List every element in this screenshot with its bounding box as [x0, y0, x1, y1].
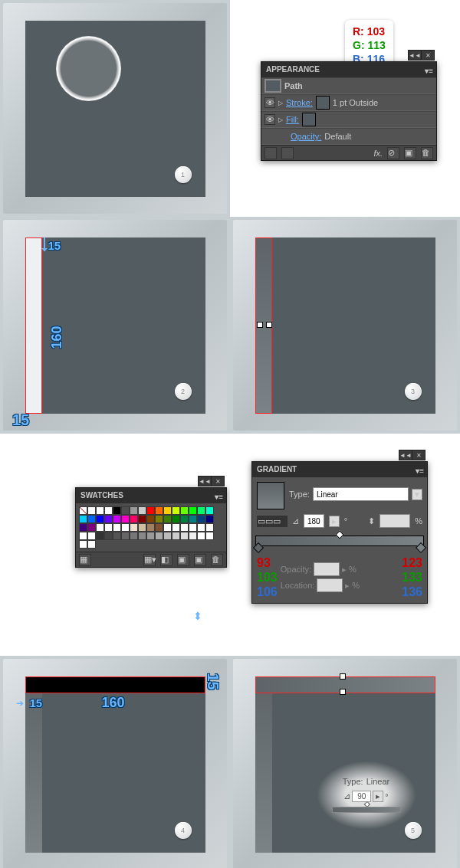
swatch-8[interactable]: [163, 506, 172, 515]
swatch-50[interactable]: [113, 532, 121, 540]
dropdown-icon[interactable]: ▸: [373, 791, 383, 802]
panel-menu-icon[interactable]: ▾≡: [416, 463, 424, 479]
angle-input[interactable]: 180: [304, 514, 324, 528]
swatch-22[interactable]: [146, 515, 155, 523]
swatch-33[interactable]: [104, 523, 113, 532]
swatch-38[interactable]: [146, 523, 155, 532]
appearance-stroke-row[interactable]: 👁 ▷ Stroke: 1 pt Outside: [261, 94, 436, 111]
stroke-link[interactable]: Stroke:: [286, 98, 313, 107]
swatch-14[interactable]: [79, 515, 87, 523]
swatch-6[interactable]: [146, 506, 155, 515]
appearance-fill-row[interactable]: 👁 ▷ Fill:: [261, 111, 436, 128]
fill-swatch[interactable]: [302, 113, 316, 126]
stroke-type-icons[interactable]: ▭▭▭: [257, 516, 288, 527]
swatch-12[interactable]: [197, 506, 205, 515]
swatch-13[interactable]: [205, 506, 214, 515]
library-icon[interactable]: ▦: [79, 554, 91, 566]
swatch-42[interactable]: [180, 523, 189, 532]
swatch-1[interactable]: [104, 506, 113, 515]
swatch-62[interactable]: [79, 540, 87, 549]
opacity-link[interactable]: Opacity:: [291, 132, 321, 141]
panel-menu-icon[interactable]: ▾≡: [425, 64, 433, 79]
swatch-5[interactable]: [138, 506, 146, 515]
swatch-25[interactable]: [172, 515, 180, 523]
swatch-19[interactable]: [121, 515, 130, 523]
swatch-59[interactable]: [189, 532, 197, 540]
swatch-60[interactable]: [197, 532, 205, 540]
swatch-24[interactable]: [163, 515, 172, 523]
swatch-32[interactable]: [96, 523, 104, 532]
new-swatch-icon[interactable]: ▣: [194, 554, 206, 566]
stroke-swatch[interactable]: [316, 96, 330, 110]
swatch-10[interactable]: [180, 506, 189, 515]
swatch-43[interactable]: [189, 523, 197, 532]
panel-close-icon[interactable]: ✕: [421, 50, 435, 61]
anchor-handle[interactable]: [257, 322, 263, 328]
stop-location-input[interactable]: [317, 578, 343, 592]
swatch-52[interactable]: [130, 532, 138, 540]
panel-collapse-icon[interactable]: ◄◄: [399, 450, 412, 460]
swatch-0[interactable]: [96, 506, 104, 515]
panel-collapse-icon[interactable]: ◄◄: [198, 476, 212, 486]
swatch-21[interactable]: [138, 515, 146, 523]
swatch-49[interactable]: [104, 532, 113, 540]
panel-close-icon[interactable]: ✕: [412, 450, 426, 460]
swatch-35[interactable]: [121, 523, 130, 532]
color-group-icon[interactable]: ▣: [177, 554, 189, 566]
swatch-23[interactable]: [155, 515, 163, 523]
show-kind-icon[interactable]: ▦▾: [143, 554, 156, 566]
swatch-48[interactable]: [96, 532, 104, 540]
expand-icon[interactable]: ▷: [278, 116, 283, 123]
swatch-9[interactable]: [172, 506, 180, 515]
type-dropdown[interactable]: Linear: [313, 487, 409, 501]
swatch-51[interactable]: [121, 532, 130, 540]
gradient-midpoint[interactable]: [335, 530, 343, 539]
swatch-57[interactable]: [172, 532, 180, 540]
swatch-61[interactable]: [205, 532, 214, 540]
fill-link[interactable]: Fill:: [286, 115, 299, 124]
swatch-63[interactable]: [87, 540, 96, 549]
swatch-53[interactable]: [138, 532, 146, 540]
swatch-56[interactable]: [163, 532, 172, 540]
swatch-18[interactable]: [113, 515, 121, 523]
swatch-39[interactable]: [155, 523, 163, 532]
swatch-55[interactable]: [155, 532, 163, 540]
swatch-34[interactable]: [113, 523, 121, 532]
visibility-icon[interactable]: 👁: [264, 97, 275, 108]
swatch-7[interactable]: [155, 506, 163, 515]
swatch-11[interactable]: [189, 506, 197, 515]
swatch-2[interactable]: [113, 506, 121, 515]
panel-collapse-icon[interactable]: ◄◄: [408, 50, 422, 61]
stop-opacity-input[interactable]: [314, 562, 340, 576]
expand-icon[interactable]: ▷: [278, 100, 283, 106]
anchor-handle[interactable]: [266, 322, 272, 328]
spot-angle-input[interactable]: 90: [352, 791, 371, 802]
angle-dropdown-icon[interactable]: ▸: [329, 516, 340, 527]
swatch-16[interactable]: [96, 515, 104, 523]
no-select-icon[interactable]: [264, 147, 277, 159]
delete-icon[interactable]: 🗑: [421, 147, 433, 159]
panel-menu-icon[interactable]: ▾≡: [215, 490, 223, 505]
new-icon[interactable]: ▣: [404, 147, 416, 159]
swatch-29[interactable]: [205, 515, 214, 523]
swatch-36[interactable]: [130, 523, 138, 532]
anchor-handle[interactable]: [340, 673, 346, 680]
swatch-41[interactable]: [172, 523, 180, 532]
panel-close-icon[interactable]: ✕: [211, 476, 225, 486]
swatch-46[interactable]: [79, 532, 87, 540]
swatch-28[interactable]: [197, 515, 205, 523]
clear-icon[interactable]: ⊘: [387, 147, 399, 159]
swatch-20[interactable]: [130, 515, 138, 523]
swatch-54[interactable]: [146, 532, 155, 540]
gradient-preview[interactable]: [257, 482, 284, 509]
swatch-26[interactable]: [180, 515, 189, 523]
swatch-3[interactable]: [121, 506, 130, 515]
delete-icon[interactable]: 🗑: [211, 554, 223, 566]
options-icon[interactable]: ◧: [160, 554, 172, 566]
swatch-31[interactable]: [87, 523, 96, 532]
swatch-17[interactable]: [104, 515, 113, 523]
fx-icon[interactable]: fx.: [373, 149, 383, 158]
gradient-slider[interactable]: [255, 536, 424, 546]
swatch-58[interactable]: [180, 532, 189, 540]
dropdown-icon[interactable]: ▸: [342, 565, 347, 575]
